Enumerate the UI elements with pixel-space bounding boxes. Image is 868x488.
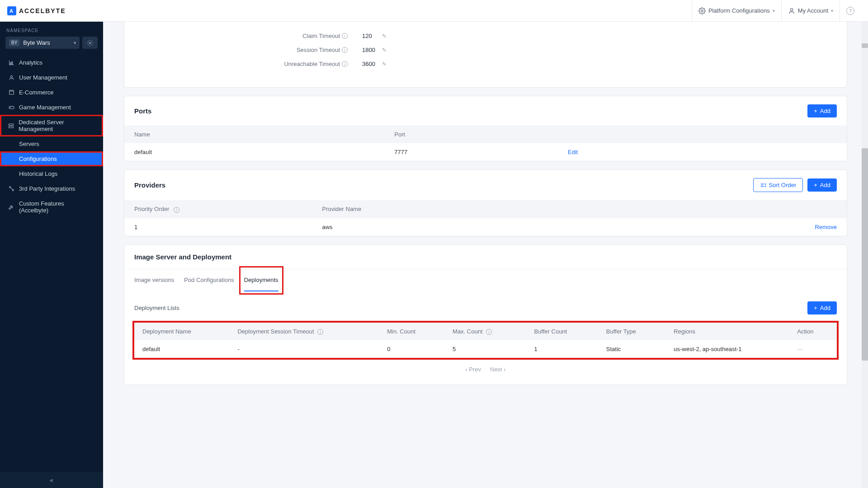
session-timeout-label: Session Timeout [297,47,340,53]
chevron-down-icon: ▾ [74,40,76,45]
col-session-timeout: Deployment Session Timeout [237,328,314,335]
svg-rect-3 [10,63,11,64]
deploy-session-timeout: - [229,340,379,358]
sidebar-item-servers[interactable]: Servers [0,136,103,151]
providers-card: Providers Sort Order + Add [124,169,847,236]
nav-label: Game Management [19,104,71,111]
edit-icon[interactable]: ✎ [377,47,387,53]
info-icon[interactable]: i [342,33,348,39]
scroll-thumb[interactable] [862,148,868,361]
svg-rect-9 [9,126,14,127]
info-icon[interactable]: i [317,329,323,335]
add-deployment-button[interactable]: + Add [807,301,837,314]
info-icon[interactable]: i [342,47,348,53]
nav-label: E-Commerce [19,89,54,96]
sidebar-item-dedicated-server-management[interactable]: Dedicated Server Management [0,115,103,136]
col-action: Action [789,323,837,341]
info-icon[interactable]: i [342,61,348,67]
help-button[interactable]: ? [840,0,861,22]
plus-icon: + [814,182,817,188]
deploy-min: 0 [379,340,444,358]
nav-label: Servers [19,141,39,147]
nav-label: Historical Logs [19,170,57,177]
sidebar-item-configurations[interactable]: Configurations [0,151,103,166]
user-icon [8,75,14,80]
claim-timeout-value: 120 [350,33,377,39]
logo-icon: A [7,6,16,15]
svg-rect-8 [9,124,14,125]
tab-pod-configurations[interactable]: Pod Configurations [184,269,234,291]
table-row: default - 0 5 1 Static us-west-2, ap-sou… [134,340,837,358]
nav-label: Dedicated Server Management [19,119,95,132]
sort-order-label: Sort Order [769,182,797,188]
namespace-heading: NAMESPACE [0,22,103,37]
row-action-menu[interactable]: ⋯ [797,346,803,352]
tab-label: Deployments [244,277,278,283]
scrollbar[interactable] [862,22,868,488]
edit-icon[interactable]: ✎ [377,61,387,67]
chevron-down-icon: ▾ [773,8,775,13]
col-regions: Regions [665,323,789,341]
user-icon [788,7,795,14]
brand-text: ACCELBYTE [19,7,66,14]
gamepad-icon [8,104,14,110]
info-icon[interactable]: i [174,207,179,213]
next-page-button[interactable]: Next › [490,366,506,373]
deploy-name: default [134,340,229,358]
sort-icon [760,182,766,188]
app-root: A ACCELBYTE Platform Configurations ▾ My… [0,0,868,488]
svg-point-1 [790,8,793,10]
col-buffer-count: Buffer Count [526,323,598,341]
sidebar-item-historical-logs[interactable]: Historical Logs [0,166,103,181]
add-provider-label: Add [820,182,830,188]
col-buffer-type: Buffer Type [598,323,665,341]
edit-port-link[interactable]: Edit [568,149,578,155]
remove-provider-link[interactable]: Remove [815,224,837,230]
sidebar: NAMESPACE BY Byte Wars ▾ Analytics [0,22,103,488]
add-provider-button[interactable]: + Add [807,178,837,192]
namespace-settings-button[interactable] [82,37,98,49]
sidebar-item-analytics[interactable]: Analytics [0,55,103,70]
sidebar-item-third-party[interactable]: 3rd Party Integrations [0,181,103,196]
edit-icon[interactable]: ✎ [377,33,387,39]
claim-timeout-label: Claim Timeout [302,33,340,39]
server-icon [8,123,14,129]
chevron-double-left-icon: « [50,477,53,483]
sort-order-button[interactable]: Sort Order [753,178,803,192]
session-timeout-value: 1800 [350,47,377,53]
wrench-icon [8,204,14,210]
svg-rect-4 [12,61,13,64]
sidebar-item-user-management[interactable]: User Management [0,70,103,85]
svg-point-2 [89,42,91,44]
prev-page-button[interactable]: ‹ Prev [465,366,481,373]
sidebar-item-ecommerce[interactable]: E-Commerce [0,85,103,100]
deployment-lists-title: Deployment Lists [134,305,807,311]
tab-image-versions[interactable]: Image versions [134,269,174,291]
brand-logo[interactable]: A ACCELBYTE [7,6,66,15]
namespace-selector[interactable]: BY Byte Wars ▾ [5,37,80,49]
deployment-tabs: Image versions Pod Configurations Deploy… [124,269,847,291]
col-provider: Provider Name [312,200,793,218]
image-deploy-title: Image Server and Deployment [134,253,837,261]
scroll-up-arrow[interactable] [862,43,868,48]
info-icon[interactable]: i [486,329,492,335]
sidebar-item-game-management[interactable]: Game Management [0,100,103,115]
platform-config-menu[interactable]: Platform Configurations ▾ [692,0,781,22]
pagination: ‹ Prev Next › [134,360,837,375]
sidebar-collapse-button[interactable]: « [0,472,103,488]
sidebar-item-custom-features[interactable]: Custom Features (Accelbyte) [0,196,103,218]
nav-label: 3rd Party Integrations [19,185,75,192]
nav-label: Configurations [19,155,57,162]
col-name: Name [124,126,384,143]
svg-point-0 [701,10,703,12]
col-port: Port [384,126,558,143]
chart-icon [8,60,14,66]
deploy-buffer-count: 1 [526,340,598,358]
svg-point-5 [10,75,12,77]
add-port-button[interactable]: + Add [807,104,837,117]
tab-deployments[interactable]: Deployments [244,269,278,291]
my-account-menu[interactable]: My Account ▾ [781,0,840,22]
ports-title: Ports [134,107,807,115]
unreachable-timeout-value: 3600 [350,61,377,67]
image-deployment-card: Image Server and Deployment Image versio… [124,244,847,385]
